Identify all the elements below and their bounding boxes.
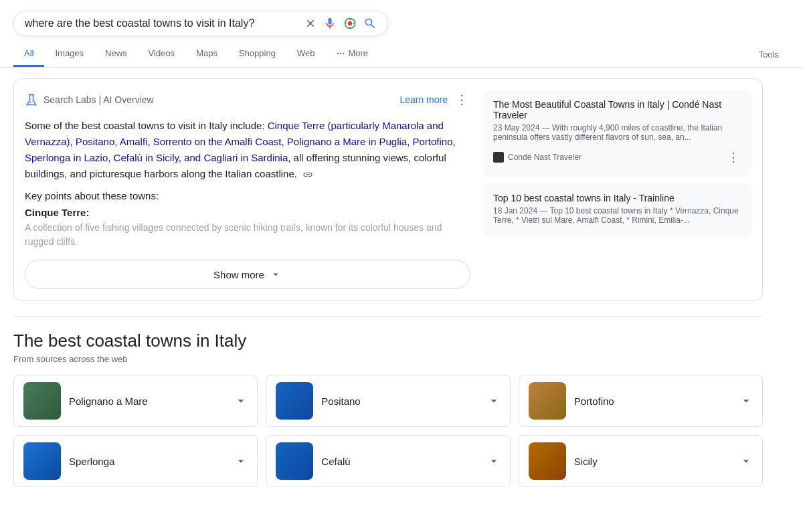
tab-more[interactable]: More [325, 41, 379, 67]
chevron-down-icon [487, 394, 501, 408]
location-name-portofino: Portofino [574, 395, 731, 407]
main-content: Search Labs | AI Overview Learn more ⋮ S… [0, 68, 776, 498]
source-1-more-button[interactable]: ⋮ [725, 147, 742, 167]
location-thumb-cefalu [276, 442, 313, 480]
search-bar [13, 11, 388, 36]
chevron-down-icon [234, 394, 248, 408]
source-card-1[interactable]: The Most Beautiful Coastal Towns in Ital… [484, 90, 751, 177]
location-name-positano: Positano [321, 395, 478, 407]
microphone-button[interactable] [323, 17, 337, 30]
ai-header-right: Learn more ⋮ [399, 90, 470, 110]
location-thumb-sperlonga [23, 442, 61, 480]
svg-point-2 [337, 52, 339, 54]
key-points-title: Key points about these towns: [25, 190, 470, 201]
search-icon [363, 17, 377, 30]
chevron-down-icon [270, 268, 282, 280]
microphone-icon [323, 17, 337, 30]
source-card-2[interactable]: Top 10 best coastal towns in Italy - Tra… [484, 183, 751, 237]
svg-point-5 [30, 102, 31, 103]
location-grid: Polignano a Mare Positano Portofino Sper… [13, 375, 763, 487]
ai-overview-header: Search Labs | AI Overview Learn more ⋮ [25, 90, 470, 110]
section-divider [13, 317, 763, 317]
tab-maps[interactable]: Maps [185, 41, 228, 67]
ai-overview-left: Search Labs | AI Overview Learn more ⋮ S… [25, 90, 470, 289]
location-item-sicily[interactable]: Sicily [519, 435, 763, 487]
location-name-cefalu: Cefalù [321, 456, 478, 467]
chevron-down-icon [739, 394, 753, 408]
publisher-1-avatar [493, 152, 504, 163]
search-icons [304, 17, 377, 30]
tab-images[interactable]: Images [44, 41, 94, 67]
tab-all[interactable]: All [13, 41, 44, 67]
cinque-terre-title: Cinque Terre: [25, 207, 470, 218]
section-subtitle: From sources across the web [13, 354, 763, 364]
chevron-down-icon [234, 454, 248, 468]
section-title: The best coastal towns in Italy [13, 331, 763, 351]
link-icon [302, 169, 313, 180]
tools-button[interactable]: Tools [748, 43, 790, 66]
tab-news[interactable]: News [94, 41, 138, 67]
svg-point-3 [340, 52, 341, 54]
location-thumb-portofino [529, 382, 566, 420]
tab-web[interactable]: Web [286, 41, 326, 67]
ai-more-options-button[interactable]: ⋮ [453, 90, 470, 110]
ai-badge-container: Search Labs | AI Overview [25, 93, 154, 106]
ai-intro-text: Some of the best coastal towns to visit … [25, 118, 470, 182]
chevron-down-icon [487, 454, 501, 468]
source-2-meta: 18 Jan 2024 — Top 10 best coastal towns … [493, 206, 742, 225]
source-1-publisher: Condé Nast Traveler ⋮ [493, 147, 742, 167]
location-item-polignano[interactable]: Polignano a Mare [13, 375, 258, 427]
svg-point-6 [32, 101, 33, 102]
location-thumb-positano [276, 382, 313, 420]
show-more-button[interactable]: Show more [25, 260, 470, 289]
nav-tabs: All Images News Videos Maps Shopping Web… [0, 41, 803, 68]
location-item-positano[interactable]: Positano [266, 375, 510, 427]
location-name-sicily: Sicily [574, 456, 731, 467]
search-button[interactable] [363, 17, 377, 30]
location-name-sperlonga: Sperlonga [69, 456, 226, 467]
search-input[interactable] [25, 17, 298, 29]
search-bar-container [0, 0, 803, 36]
svg-point-4 [343, 52, 344, 54]
ai-badge-text: Search Labs | AI Overview [43, 94, 154, 105]
more-dots-icon [336, 49, 345, 58]
lens-icon [343, 17, 357, 30]
chevron-down-icon [739, 454, 753, 468]
lens-button[interactable] [343, 17, 357, 30]
publisher-1-name: Condé Nast Traveler [508, 153, 582, 162]
location-item-cefalu[interactable]: Cefalù [266, 435, 510, 487]
location-item-sperlonga[interactable]: Sperlonga [13, 435, 258, 487]
svg-point-1 [348, 21, 353, 26]
tab-videos[interactable]: Videos [138, 41, 186, 67]
source-2-title: Top 10 best coastal towns in Italy - Tra… [493, 193, 742, 203]
location-thumb-polignano [23, 382, 61, 420]
location-name-polignano: Polignano a Mare [69, 395, 226, 407]
location-item-portofino[interactable]: Portofino [519, 375, 763, 427]
source-1-title: The Most Beautiful Coastal Towns in Ital… [493, 99, 742, 120]
tab-shopping[interactable]: Shopping [228, 41, 286, 67]
ai-overview-right: The Most Beautiful Coastal Towns in Ital… [484, 90, 751, 289]
ai-overview: Search Labs | AI Overview Learn more ⋮ S… [13, 78, 763, 300]
source-1-meta: 23 May 2024 — With roughly 4,900 miles o… [493, 123, 742, 142]
clear-button[interactable] [304, 17, 317, 29]
flask-icon [25, 93, 38, 106]
cinque-terre-desc: A collection of five fishing villages co… [25, 221, 470, 249]
clear-icon [304, 17, 317, 29]
learn-more-link[interactable]: Learn more [399, 94, 448, 105]
location-thumb-sicily [529, 442, 566, 480]
